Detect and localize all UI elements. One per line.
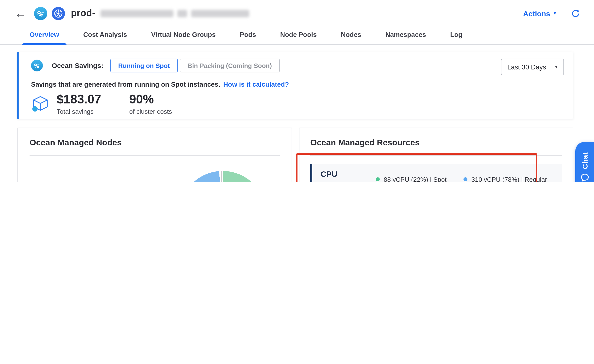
cpu-regular-stat: 310 vCPU (78%) | Regular (463, 176, 547, 182)
tab-overview[interactable]: Overview (30, 25, 59, 44)
nodes-card-title: Ocean Managed Nodes (30, 138, 280, 148)
chat-bubble-icon (580, 174, 589, 182)
divider (115, 93, 116, 115)
chat-button[interactable]: Chat (575, 142, 594, 182)
tab-virtual-node-groups[interactable]: Virtual Node Groups (151, 25, 216, 44)
tab-namespaces[interactable]: Namespaces (385, 25, 426, 44)
main-content: Ocean Savings: Running on Spot Bin Packi… (0, 45, 594, 182)
actions-menu-button[interactable]: Actions ▾ (523, 9, 556, 17)
kubernetes-logo-icon (52, 7, 65, 20)
regular-dot-icon (463, 177, 467, 181)
date-range-dropdown[interactable]: Last 30 Days ▾ (501, 59, 564, 75)
header: ← pro (0, 0, 594, 25)
resources-card-title: Ocean Managed Resources (310, 138, 562, 148)
tab-node-pools[interactable]: Node Pools (280, 25, 317, 44)
cluster-title: prod- (71, 8, 95, 19)
tab-pods[interactable]: Pods (240, 25, 256, 44)
savings-cube-icon (31, 95, 50, 113)
chat-label: Chat (580, 152, 589, 169)
ocean-savings-label: Ocean Savings: (52, 62, 103, 69)
chevron-down-icon: ▾ (554, 11, 556, 16)
ocean-managed-nodes-card: Ocean Managed Nodes Spot 40% (22) Regula… (17, 128, 292, 182)
ocean-savings-card: Ocean Savings: Running on Spot Bin Packi… (17, 52, 573, 119)
cpu-total-value: 398 vCPU (321, 181, 376, 182)
cluster-cost-percent-caption: of cluster costs (129, 108, 172, 115)
page: ← pro (0, 0, 594, 182)
toggle-running-on-spot[interactable]: Running on Spot (110, 59, 178, 72)
how-calculated-link[interactable]: How is it calculated? (223, 81, 289, 88)
tab-bar: Overview Cost Analysis Virtual Node Grou… (0, 25, 594, 45)
cluster-cost-percent-value: 90% (129, 93, 172, 106)
redacted-cluster-name (100, 10, 249, 17)
back-button[interactable]: ← (15, 8, 26, 19)
chevron-down-icon: ▾ (555, 65, 558, 69)
managed-nodes-donut-chart: 54 / 55 Managed Nodes (179, 171, 266, 182)
tab-nodes[interactable]: Nodes (341, 25, 361, 44)
spot-dot-icon (376, 177, 380, 181)
refresh-button[interactable] (571, 9, 580, 18)
spot-ocean-logo-icon (34, 7, 47, 20)
toggle-bin-packing[interactable]: Bin Packing (Coming Soon) (180, 59, 280, 72)
cpu-spot-stat: 88 vCPU (22%) | Spot (376, 176, 463, 182)
header-actions: Actions ▾ (523, 9, 580, 18)
ocean-wave-icon (31, 60, 43, 71)
tab-log[interactable]: Log (450, 25, 462, 44)
donut-center-text: 54 / 55 Managed Nodes (179, 171, 266, 182)
total-savings-caption: Total savings (57, 108, 101, 115)
ocean-managed-resources-card: Ocean Managed Resources CPU 398 vCPU 88 … (299, 128, 573, 182)
divider (310, 155, 562, 156)
cpu-label: CPU (321, 170, 376, 179)
total-savings-value: $183.07 (57, 93, 101, 106)
savings-description: Savings that are generated from running … (31, 81, 564, 88)
tab-cost-analysis[interactable]: Cost Analysis (83, 25, 127, 44)
resource-row-cpu: CPU 398 vCPU 88 vCPU (22%) | Spot 310 vC… (310, 164, 562, 182)
